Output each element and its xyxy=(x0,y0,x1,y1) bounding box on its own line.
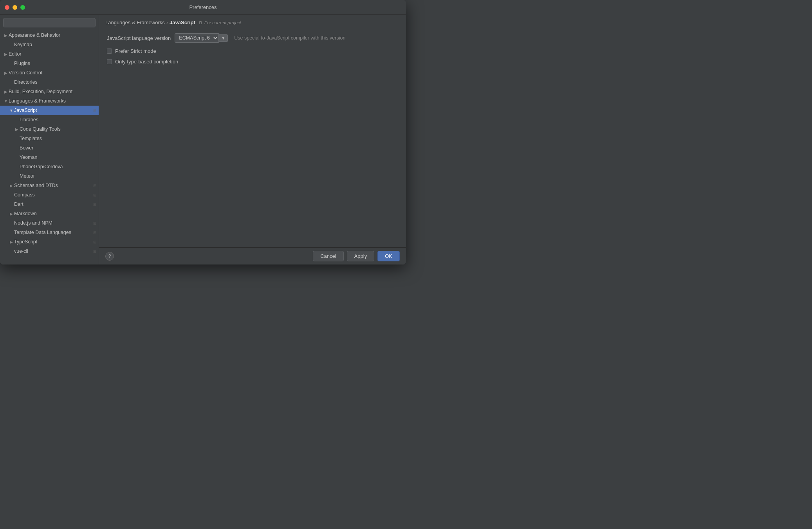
project-scope-icon: ⊞ xyxy=(93,221,96,225)
project-scope-icon: ⊞ xyxy=(93,249,96,254)
help-button[interactable]: ? xyxy=(105,252,114,261)
right-panel: Languages & Frameworks › JavaScript 🗒 Fo… xyxy=(99,15,406,264)
project-scope-icon: ⊞ xyxy=(93,193,96,197)
project-scope-icon: ⊞ xyxy=(93,184,96,188)
main-content: ▶ Appearance & Behavior Keymap ▶ Editor … xyxy=(0,15,406,264)
sidebar-item-label: Build, Execution, Deployment xyxy=(9,89,72,94)
dialog-buttons: Cancel Apply OK xyxy=(313,251,400,261)
sidebar-item-libraries[interactable]: Libraries xyxy=(0,115,99,124)
version-dropdown-button[interactable]: ▼ xyxy=(219,34,228,42)
expand-arrow-icon: ▶ xyxy=(3,52,9,56)
sidebar-item-compass[interactable]: Compass ⊞ xyxy=(0,190,99,200)
sidebar-item-build-execution[interactable]: ▶ Build, Execution, Deployment xyxy=(0,87,99,96)
window-controls xyxy=(5,5,25,10)
sidebar-item-label: Keymap xyxy=(14,42,32,47)
sidebar-item-label: Plugins xyxy=(14,61,30,66)
sidebar-item-label: Libraries xyxy=(20,117,38,122)
js-version-description: Use special to-JavaScript compiler with … xyxy=(234,35,345,41)
project-scope-icon: ⊞ xyxy=(93,202,96,207)
sidebar-item-typescript[interactable]: ▶ TypeScript ⊞ xyxy=(0,237,99,247)
sidebar-item-meteor[interactable]: Meteor xyxy=(0,171,99,181)
project-scope-icon: 🗒 xyxy=(198,20,203,25)
breadcrumb-separator: › xyxy=(166,20,168,25)
project-scope-icon: ⊞ xyxy=(93,108,96,113)
sidebar-item-dart[interactable]: Dart ⊞ xyxy=(0,200,99,209)
sidebar-item-template-data-languages[interactable]: Template Data Languages ⊞ xyxy=(0,228,99,237)
sidebar-item-label: Languages & Frameworks xyxy=(9,98,66,104)
sidebar-item-label: TypeScript xyxy=(14,239,37,245)
sidebar-item-yeoman[interactable]: Yeoman xyxy=(0,153,99,162)
js-version-label: JavaScript language version xyxy=(107,35,171,41)
sidebar-item-label: vue-cli xyxy=(14,248,28,254)
maximize-button[interactable] xyxy=(20,5,25,10)
expand-arrow-icon: ▶ xyxy=(9,212,14,216)
project-label: For current project xyxy=(204,20,241,25)
sidebar-item-plugins[interactable]: Plugins xyxy=(0,59,99,68)
panel-content: JavaScript language version ECMAScript 6… xyxy=(99,29,406,247)
sidebar-item-markdown[interactable]: ▶ Markdown xyxy=(0,209,99,218)
sidebar-item-bower[interactable]: Bower xyxy=(0,143,99,153)
sidebar-item-appearance-behavior[interactable]: ▶ Appearance & Behavior xyxy=(0,31,99,40)
version-select-wrapper: ECMAScript 6 ▼ xyxy=(175,33,228,43)
sidebar-item-label: PhoneGap/Cordova xyxy=(20,164,63,169)
sidebar-item-vue-cli[interactable]: vue-cli ⊞ xyxy=(0,247,99,256)
type-based-completion-checkbox[interactable] xyxy=(107,59,112,64)
sidebar-item-label: Version Control xyxy=(9,70,42,76)
sidebar-item-version-control[interactable]: ▶ Version Control xyxy=(0,68,99,77)
expand-arrow-icon: ▶ xyxy=(9,184,14,188)
apply-button[interactable]: Apply xyxy=(347,251,375,261)
sidebar-item-label: Bower xyxy=(20,145,33,151)
prefer-strict-mode-label: Prefer Strict mode xyxy=(115,48,156,54)
sidebar-item-label: Directories xyxy=(14,79,38,85)
expand-arrow-icon: ▶ xyxy=(3,33,9,38)
sidebar-item-label: Editor xyxy=(9,51,22,57)
js-version-select[interactable]: ECMAScript 6 xyxy=(175,33,219,43)
sidebar-item-label: Templates xyxy=(20,136,42,141)
sidebar: ▶ Appearance & Behavior Keymap ▶ Editor … xyxy=(0,15,99,264)
expand-arrow-icon: ▶ xyxy=(3,90,9,94)
sidebar-item-label: Compass xyxy=(14,192,35,198)
sidebar-item-directories[interactable]: Directories xyxy=(0,77,99,87)
project-scope-icon: ⊞ xyxy=(93,240,96,244)
sidebar-item-label: Meteor xyxy=(20,173,35,179)
project-scope-icon: ⊞ xyxy=(93,230,96,235)
sidebar-item-label: Markdown xyxy=(14,211,37,216)
js-version-row: JavaScript language version ECMAScript 6… xyxy=(107,33,398,43)
sidebar-item-languages-frameworks[interactable]: ▼ Languages & Frameworks xyxy=(0,96,99,106)
type-based-completion-label: Only type-based completion xyxy=(115,59,178,65)
sidebar-item-templates[interactable]: Templates xyxy=(0,134,99,143)
ok-button[interactable]: OK xyxy=(377,251,400,261)
cancel-button[interactable]: Cancel xyxy=(313,251,343,261)
sidebar-item-phonegap-cordova[interactable]: PhoneGap/Cordova xyxy=(0,162,99,171)
expand-arrow-icon: ▶ xyxy=(14,127,20,131)
prefer-strict-mode-row: Prefer Strict mode xyxy=(107,48,398,54)
sidebar-item-editor[interactable]: ▶ Editor xyxy=(0,49,99,59)
sidebar-item-keymap[interactable]: Keymap xyxy=(0,40,99,49)
minimize-button[interactable] xyxy=(13,5,17,10)
prefer-strict-mode-checkbox[interactable] xyxy=(107,49,112,54)
close-button[interactable] xyxy=(5,5,9,10)
title-bar: Preferences xyxy=(0,0,406,15)
sidebar-item-label: Schemas and DTDs xyxy=(14,183,58,188)
breadcrumb-parent: Languages & Frameworks xyxy=(105,20,165,25)
expand-arrow-icon: ▼ xyxy=(3,99,9,103)
sidebar-item-label: Node.js and NPM xyxy=(14,220,52,226)
expand-arrow-icon: ▶ xyxy=(3,71,9,75)
search-input[interactable] xyxy=(3,18,96,27)
sidebar-item-label: Template Data Languages xyxy=(14,230,71,235)
sidebar-item-label: Yeoman xyxy=(20,155,37,160)
sidebar-item-schemas-dtds[interactable]: ▶ Schemas and DTDs ⊞ xyxy=(0,181,99,190)
breadcrumb: Languages & Frameworks › JavaScript 🗒 Fo… xyxy=(99,15,406,29)
sidebar-item-label: JavaScript xyxy=(14,108,37,113)
sidebar-item-javascript[interactable]: ▼ JavaScript ⊞ xyxy=(0,106,99,115)
window-title: Preferences xyxy=(189,4,217,10)
breadcrumb-current: JavaScript xyxy=(170,20,195,25)
sidebar-item-label: Code Quality Tools xyxy=(20,126,61,132)
sidebar-item-label: Appearance & Behavior xyxy=(9,32,60,38)
expand-arrow-icon: ▼ xyxy=(9,108,14,113)
bottom-bar: ? Cancel Apply OK xyxy=(99,247,406,264)
sidebar-item-code-quality-tools[interactable]: ▶ Code Quality Tools xyxy=(0,124,99,134)
sidebar-item-nodejs-npm[interactable]: Node.js and NPM ⊞ xyxy=(0,218,99,228)
sidebar-tree: ▶ Appearance & Behavior Keymap ▶ Editor … xyxy=(0,31,99,264)
sidebar-item-label: Dart xyxy=(14,202,23,207)
